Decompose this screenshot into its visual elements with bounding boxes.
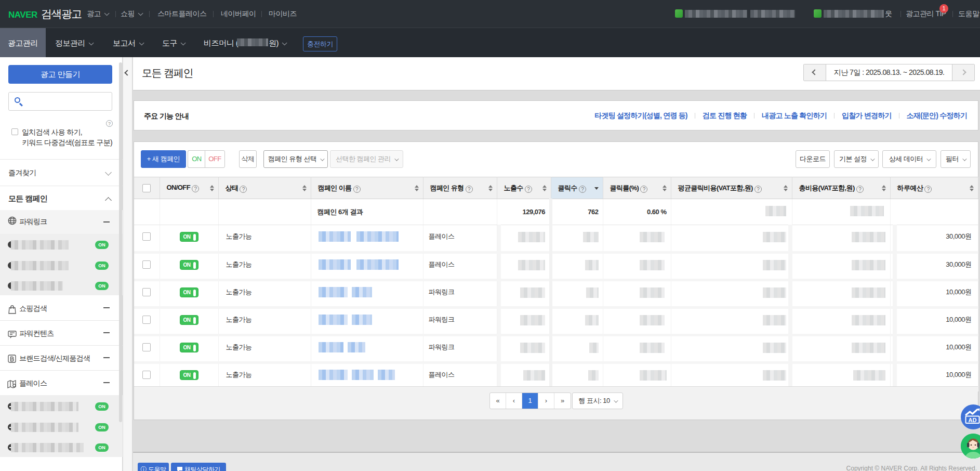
svg-text:AD: AD: [969, 417, 977, 423]
